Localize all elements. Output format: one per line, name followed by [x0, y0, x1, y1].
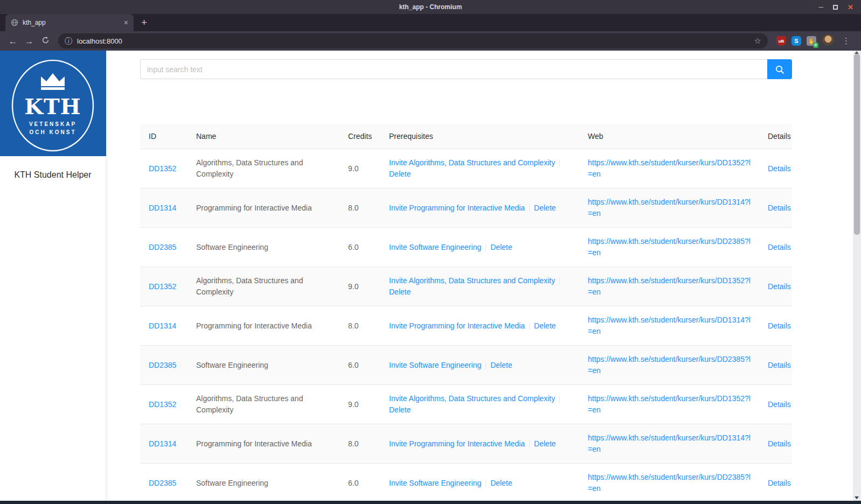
web-link[interactable]: https://www.kth.se/student/kurser/kurs/D… [588, 314, 751, 337]
delete-link[interactable]: Delete [389, 405, 411, 414]
web-cell: https://www.kth.se/student/kurser/kurs/D… [579, 228, 759, 267]
minimize-icon[interactable]: ─ [819, 4, 824, 10]
details-link[interactable]: Details [768, 399, 791, 410]
details-link[interactable]: Details [768, 360, 791, 371]
browser-toolbar: ← → ⓘ localhost:8000 ☆ uB S ✋ 0 ⋮ [0, 31, 861, 51]
search-button[interactable] [767, 59, 792, 79]
table-row: DD2385 Software Engineering 6.0 Invite S… [140, 346, 792, 385]
details-link[interactable]: Details [768, 281, 791, 292]
bookmark-star-icon[interactable]: ☆ [754, 36, 761, 46]
forward-icon[interactable]: → [22, 37, 37, 46]
invite-link[interactable]: Invite Software Engineering [389, 243, 481, 251]
app-title: KTH Student Helper [0, 170, 106, 180]
details-link[interactable]: Details [768, 438, 791, 450]
course-id-link[interactable]: DD2385 [149, 242, 176, 253]
table-header: ID Name Credits Prerequisites Web Detail… [140, 124, 792, 149]
action-divider [559, 395, 560, 403]
prerequisites-cell: Invite Programming for Interactive Media… [380, 188, 579, 227]
extension-icon[interactable]: ✋ 0 [807, 36, 816, 46]
web-link[interactable]: https://www.kth.se/student/kurser/kurs/D… [588, 157, 751, 180]
course-id-cell: DD1352 [140, 267, 188, 306]
new-tab-button[interactable]: + [134, 14, 155, 31]
scrollbar-thumb[interactable] [854, 54, 860, 235]
course-id-link[interactable]: DD1352 [149, 163, 176, 174]
course-credits-cell: 9.0 [339, 385, 380, 424]
web-cell: https://www.kth.se/student/kurser/kurs/D… [579, 188, 759, 227]
web-link[interactable]: https://www.kth.se/student/kurser/kurs/D… [588, 354, 751, 376]
course-id-link[interactable]: DD2385 [149, 478, 176, 489]
course-id-link[interactable]: DD1314 [149, 438, 176, 450]
delete-link[interactable]: Delete [490, 243, 512, 251]
invite-link[interactable]: Invite Algorithms, Data Structures and C… [389, 394, 555, 403]
course-id-cell: DD1314 [140, 188, 188, 227]
window-titlebar: kth_app - Chromium ─ ✕ [0, 0, 861, 14]
header-prerequisites: Prerequisites [380, 124, 579, 149]
web-link[interactable]: https://www.kth.se/student/kurser/kurs/D… [588, 393, 751, 416]
details-link[interactable]: Details [768, 320, 791, 332]
details-link[interactable]: Details [768, 202, 791, 214]
reload-icon[interactable] [38, 36, 53, 46]
course-id-link[interactable]: DD1352 [149, 399, 176, 410]
course-name-cell: Software Engineering [188, 228, 339, 267]
skype-extension-icon[interactable]: S [791, 36, 801, 46]
kth-logo: KTH VETENSKAP OCH KONST [0, 51, 106, 156]
invite-link[interactable]: Invite Algorithms, Data Structures and C… [389, 276, 555, 285]
table-body: DD1352 Algorithms, Data Structures and C… [140, 149, 792, 501]
action-divider [485, 362, 486, 369]
invite-link[interactable]: Invite Programming for Interactive Media [389, 439, 525, 448]
page-scrollbar[interactable] [853, 51, 861, 501]
details-cell: Details [759, 424, 792, 463]
web-link[interactable]: https://www.kth.se/student/kurser/kurs/D… [588, 197, 751, 219]
delete-link[interactable]: Delete [389, 170, 411, 178]
details-cell: Details [759, 228, 792, 267]
delete-link[interactable]: Delete [534, 204, 556, 212]
profile-avatar[interactable] [822, 34, 835, 47]
search-input[interactable] [140, 59, 767, 79]
web-link[interactable]: https://www.kth.se/student/kurser/kurs/D… [588, 472, 751, 494]
web-link[interactable]: https://www.kth.se/student/kurser/kurs/D… [588, 236, 751, 258]
details-link[interactable]: Details [768, 242, 791, 253]
reload-glyph-icon [41, 36, 50, 44]
web-link[interactable]: https://www.kth.se/student/kurser/kurs/D… [588, 275, 751, 298]
delete-link[interactable]: Delete [389, 288, 411, 296]
invite-link[interactable]: Invite Programming for Interactive Media [389, 204, 525, 212]
delete-link[interactable]: Delete [490, 479, 512, 487]
page-info-icon[interactable]: ⓘ [65, 37, 72, 45]
prerequisites-actions: Invite Programming for Interactive Media… [389, 202, 556, 214]
browser-menu-icon[interactable]: ⋮ [840, 36, 852, 46]
details-cell: Details [759, 464, 792, 501]
web-cell: https://www.kth.se/student/kurser/kurs/D… [579, 346, 759, 384]
delete-link[interactable]: Delete [490, 361, 512, 369]
address-bar[interactable]: ⓘ localhost:8000 ☆ [58, 33, 768, 48]
course-id-link[interactable]: DD1314 [149, 320, 176, 332]
delete-link[interactable]: Delete [534, 321, 556, 330]
tab-kth-app[interactable]: kth_app × [5, 14, 134, 31]
details-link[interactable]: Details [768, 478, 791, 489]
invite-link[interactable]: Invite Software Engineering [389, 479, 481, 487]
close-icon[interactable]: ✕ [848, 4, 853, 11]
web-link[interactable]: https://www.kth.se/student/kurser/kurs/D… [588, 432, 751, 455]
ublock-extension-icon[interactable]: uB [776, 36, 786, 46]
scrollbar-down-icon[interactable] [855, 496, 859, 499]
maximize-icon[interactable] [833, 5, 838, 10]
tab-close-icon[interactable]: × [124, 18, 128, 27]
logo-motto-line1: VETENSKAP [29, 121, 77, 127]
invite-link[interactable]: Invite Software Engineering [389, 361, 481, 369]
table-row: DD1352 Algorithms, Data Structures and C… [140, 149, 792, 188]
course-name-cell: Software Engineering [188, 346, 339, 384]
web-cell: https://www.kth.se/student/kurser/kurs/D… [579, 306, 759, 345]
table-row: DD1352 Algorithms, Data Structures and C… [140, 267, 792, 306]
back-icon[interactable]: ← [5, 37, 20, 46]
prerequisites-cell: Invite Software EngineeringDelete [380, 346, 579, 384]
globe-favicon-icon [11, 19, 18, 26]
table-row: DD1352 Algorithms, Data Structures and C… [140, 385, 792, 424]
details-link[interactable]: Details [768, 163, 791, 174]
invite-link[interactable]: Invite Programming for Interactive Media [389, 321, 525, 330]
course-credits-cell: 6.0 [339, 228, 380, 267]
sidebar: KTH VETENSKAP OCH KONST KTH Student Help… [0, 51, 106, 501]
delete-link[interactable]: Delete [534, 439, 556, 448]
course-id-link[interactable]: DD1352 [149, 281, 176, 292]
invite-link[interactable]: Invite Algorithms, Data Structures and C… [389, 158, 555, 167]
course-id-link[interactable]: DD1314 [149, 202, 176, 214]
course-id-link[interactable]: DD2385 [149, 360, 176, 371]
